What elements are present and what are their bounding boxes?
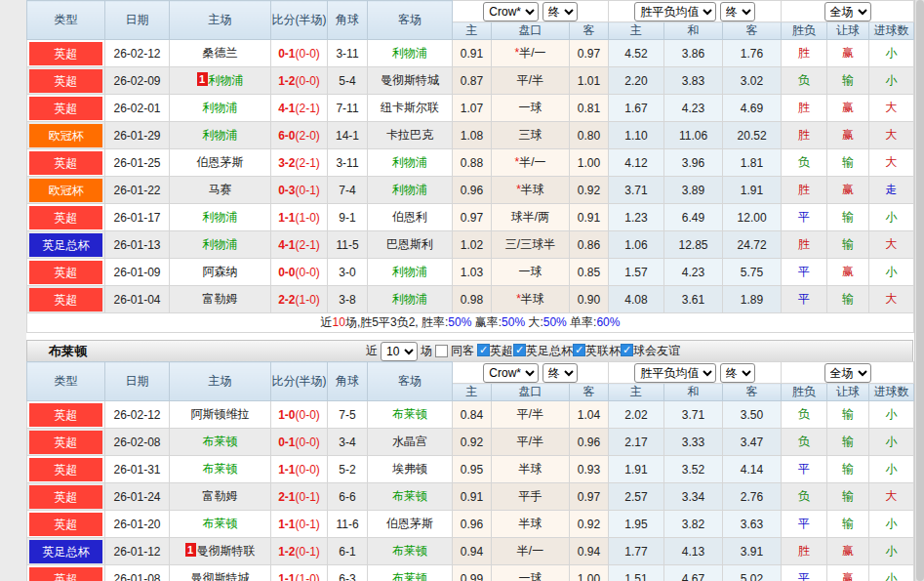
league-type-cell: 英超 [27, 401, 105, 429]
col-header-crow-home: 主 [453, 22, 492, 40]
league-type-badge: 英超 [29, 42, 102, 65]
league-checkbox-label: 英超 [490, 344, 513, 357]
crow-away-odds: 0.96 [570, 429, 609, 456]
avg-stage-select-2[interactable]: 终 [720, 363, 755, 383]
halftime-score: (0-0) [296, 47, 320, 61]
asian-handicap-line: 半球 [492, 456, 570, 483]
corners-count: 7-5 [328, 401, 368, 429]
liverpool-summary: 近10场,胜5平3负2, 胜率:50% 赢率:50% 大:50% 单率:60% [27, 313, 914, 333]
league-checkbox-英足总杯[interactable] [513, 344, 526, 356]
league-filter-checkboxes: 英超英足总杯英联杯球会友谊 [477, 343, 680, 359]
match-date: 26-01-31 [105, 456, 170, 483]
avg-home-odds: 1.51 [609, 565, 664, 581]
away-team: 水晶宫 [368, 429, 453, 456]
league-checkbox-英联杯[interactable] [573, 344, 585, 356]
col-header-goals: 进球数 [869, 384, 914, 401]
fulltime-score: 0-1 [278, 436, 295, 449]
crow-away-odds: 0.81 [570, 95, 609, 122]
avg-draw-odds: 3.89 [664, 177, 723, 204]
avg-stage-select[interactable]: 终 [720, 2, 755, 21]
match-date: 26-01-25 [105, 149, 170, 177]
team-name: 布莱顿 [203, 435, 238, 448]
avg-home-odds: 2.20 [609, 67, 664, 95]
league-checkbox-英超[interactable] [477, 344, 490, 356]
score-halftime: 1-1(0-0) [271, 456, 328, 483]
asian-handicap-line: 平/半 [492, 429, 570, 456]
avg-away-odds: 3.47 [723, 429, 782, 456]
team-name: 布莱顿 [203, 462, 238, 476]
away-team: 卡拉巴克 [368, 122, 453, 149]
handicap-result: 赢 [827, 40, 869, 67]
asian-handicap-line: 一球 [492, 259, 570, 286]
team-name: 水晶宫 [392, 435, 427, 448]
vertical-scrollbar[interactable] [914, 0, 924, 581]
team-name: 利物浦 [209, 73, 244, 87]
halftime-score: (0-1) [296, 184, 320, 197]
away-team: 利物浦 [368, 286, 453, 313]
result-win-draw-lose: 胜 [782, 231, 827, 259]
avg-draw-odds: 12.85 [664, 231, 723, 259]
league-type-badge: 英足总杯 [29, 540, 102, 563]
league-checkbox-球会友谊[interactable] [621, 344, 633, 356]
scope-select-2[interactable]: 全场 [824, 363, 871, 383]
odds-stage-select-2[interactable]: 终 [542, 363, 578, 383]
goals-over-under: 小 [869, 538, 914, 565]
table-row: 英足总杯 26-01-13 利物浦 4-1(2-1) 11-5 巴恩斯利 1.0… [27, 231, 914, 259]
crow-away-odds: 0.80 [570, 122, 609, 149]
avg-draw-odds: 3.34 [664, 483, 723, 511]
summary-text-part: 单率: [567, 315, 597, 329]
handicap-result: 输 [827, 204, 869, 231]
avg-away-odds: 1.91 [723, 177, 782, 204]
result-win-draw-lose: 平 [782, 259, 827, 286]
halftime-score: (1-0) [296, 211, 320, 225]
crow-home-odds: 1.07 [453, 95, 492, 122]
asian-handicap-line: 半/一 [492, 538, 570, 565]
fulltime-score: 1-1 [278, 211, 295, 225]
league-type-cell: 英超 [27, 149, 105, 177]
result-win-draw-lose: 胜 [782, 95, 827, 122]
summary-text-part: 10 [333, 315, 345, 329]
avg-odds-select[interactable]: 胜平负均值 [634, 2, 716, 21]
avg-away-odds: 24.72 [723, 231, 782, 259]
brighton-history-table: 类型 日期 主场 比分(半场) 角球 客场 Crow* 终 胜平负均值 终 [26, 361, 914, 581]
table-row: 英超 26-01-20 布莱顿 1-1(0-1) 11-6 伯恩茅斯 0.96 … [27, 511, 914, 538]
corners-count: 9-1 [328, 204, 368, 231]
team-name: 利物浦 [203, 237, 238, 251]
col-header-goals: 进球数 [869, 22, 914, 40]
bookmaker-select-2[interactable]: Crow* [483, 363, 539, 383]
asian-handicap-line: 半球 [492, 511, 570, 538]
home-team: 布莱顿 [170, 511, 271, 538]
asian-handicap-line: *半/一 [492, 40, 570, 67]
avg-odds-select-2[interactable]: 胜平负均值 [634, 363, 716, 383]
fulltime-score: 2-1 [278, 490, 295, 504]
match-count-select[interactable]: 10 [381, 342, 418, 361]
near-label: 近 [366, 343, 378, 359]
league-type-badge: 英超 [29, 261, 102, 284]
avg-draw-odds: 3.86 [664, 40, 723, 67]
match-date: 26-01-24 [105, 483, 170, 511]
avg-home-odds: 1.57 [609, 259, 664, 286]
bookmaker-select-cell: Crow* 终 [453, 362, 609, 384]
scrollbar-thumb[interactable] [916, 0, 924, 581]
crow-away-odds: 0.90 [570, 286, 609, 313]
col-header-avg-home: 主 [609, 384, 664, 401]
crow-home-odds: 0.96 [453, 177, 492, 204]
col-header-date: 日期 [105, 362, 170, 401]
team-name: 布莱顿 [203, 517, 238, 530]
home-team: 1曼彻斯特联 [170, 538, 271, 565]
halftime-score: (2-1) [296, 156, 320, 170]
avg-select-cell: 胜平负均值 终 [609, 362, 782, 384]
league-type-badge: 英超 [29, 513, 102, 536]
team-name: 利物浦 [392, 183, 427, 196]
fulltime-score: 1-1 [278, 572, 295, 581]
odds-stage-select[interactable]: 终 [542, 2, 578, 21]
bookmaker-select[interactable]: Crow* [483, 2, 539, 21]
score-halftime: 2-1(0-1) [271, 483, 328, 511]
handicap-result: 输 [827, 483, 869, 511]
match-date: 26-01-22 [105, 177, 170, 204]
scope-select[interactable]: 全场 [824, 2, 871, 21]
league-type-badge: 英超 [29, 69, 102, 93]
home-team: 布莱顿 [170, 429, 271, 456]
same-away-checkbox[interactable] [435, 345, 448, 357]
crow-away-odds: 0.97 [570, 483, 609, 511]
